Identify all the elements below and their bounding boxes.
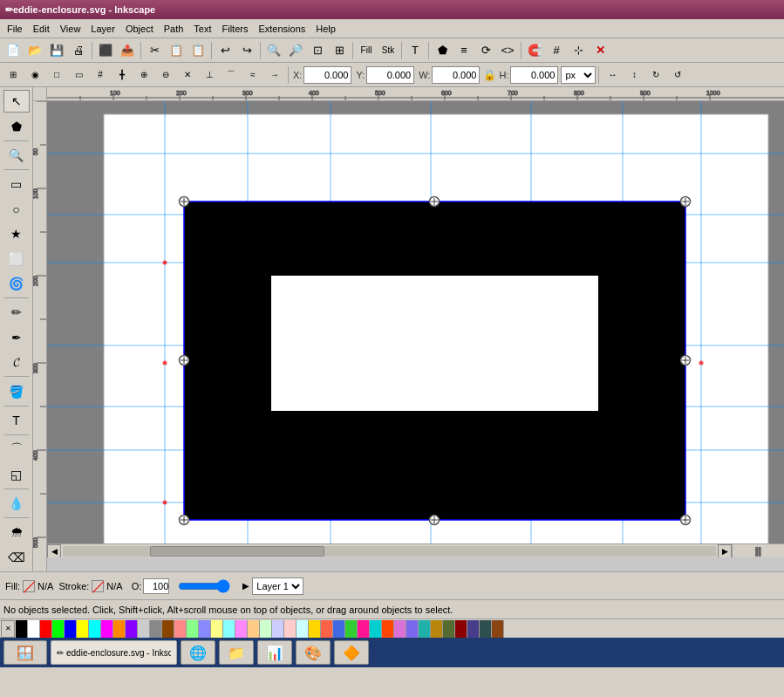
tool-ellipse[interactable]: ○ [3, 198, 30, 221]
menu-filters[interactable]: Filters [217, 22, 254, 36]
menu-text[interactable]: Text [188, 22, 216, 36]
tb-text-tool[interactable]: T [405, 40, 426, 61]
tb-import[interactable]: ⬛ [95, 40, 116, 61]
tb-new[interactable]: 📄 [3, 40, 24, 61]
tool-connector[interactable]: ⌒ [3, 438, 30, 461]
palette-color-36[interactable] [455, 620, 467, 638]
tb-snap-smooth[interactable]: ≈ [242, 65, 263, 85]
hscroll-thumb[interactable] [150, 546, 324, 557]
palette-color-31[interactable] [394, 620, 406, 638]
tb-snap-page[interactable]: ▭ [68, 65, 89, 85]
palette-color-6[interactable] [89, 620, 101, 638]
tool-selector[interactable]: ↖ [3, 90, 30, 113]
palette-color-5[interactable] [77, 620, 89, 638]
palette-color-2[interactable] [40, 620, 52, 638]
tool-zoom[interactable]: 🔍 [3, 144, 30, 167]
tb-export[interactable]: 📤 [117, 40, 138, 61]
hscroll-left[interactable]: ◀ [47, 544, 61, 558]
menu-file[interactable]: File [2, 22, 28, 36]
tb-zoom-fit[interactable]: ⊡ [307, 40, 328, 61]
tb-undo[interactable]: ↩ [215, 40, 235, 61]
palette-color-22[interactable] [284, 620, 297, 638]
palette-color-1[interactable] [28, 620, 40, 638]
palette-color-14[interactable] [187, 620, 199, 638]
tb-print[interactable]: 🖨 [68, 40, 89, 61]
taskbar-excel[interactable]: 📊 [257, 640, 292, 665]
tool-text[interactable]: T [3, 409, 30, 432]
x-input[interactable] [303, 66, 351, 84]
palette-color-28[interactable] [358, 620, 370, 638]
taskbar-other[interactable]: 🎨 [296, 640, 331, 665]
h-input[interactable] [510, 66, 558, 84]
canvas-viewport[interactable]: ◀ ▶ ▐▌ [47, 101, 784, 557]
tb-snap[interactable]: 🧲 [524, 40, 545, 61]
palette-color-16[interactable] [211, 620, 223, 638]
menu-path[interactable]: Path [159, 22, 189, 36]
palette-color-34[interactable] [431, 620, 443, 638]
tb-node[interactable]: ⬟ [432, 40, 453, 61]
palette-color-32[interactable] [406, 620, 419, 638]
tb-snap-ext[interactable]: → [264, 65, 285, 85]
tb-cut[interactable]: ✂ [144, 40, 165, 61]
palette-color-29[interactable] [370, 620, 382, 638]
hscrollbar[interactable]: ◀ ▶ ▐▌ [47, 543, 784, 557]
palette-color-11[interactable] [150, 620, 162, 638]
tool-eraser[interactable]: ⌫ [3, 546, 30, 569]
palette-color-38[interactable] [480, 620, 492, 638]
palette-color-0[interactable] [16, 620, 28, 638]
palette-color-21[interactable] [272, 620, 284, 638]
palette-color-10[interactable] [138, 620, 150, 638]
palette-color-20[interactable] [260, 620, 272, 638]
tb-stroke[interactable]: Stk [378, 40, 399, 61]
fill-swatch[interactable] [23, 580, 35, 592]
tool-calligraphy[interactable]: 𝓒 [3, 351, 30, 373]
tool-dropper[interactable]: 💧 [3, 492, 30, 515]
hscroll-right[interactable]: ▶ [718, 544, 732, 558]
palette-color-8[interactable] [113, 620, 126, 638]
palette-color-37[interactable] [467, 620, 480, 638]
w-input[interactable] [432, 66, 480, 84]
tool-node[interactable]: ⬟ [3, 114, 30, 137]
no-color-swatch[interactable]: ✕ [1, 620, 15, 638]
taskbar-chrome[interactable]: 🌐 [181, 640, 215, 665]
tool-star[interactable]: ★ [3, 222, 30, 245]
tb-zoom-out[interactable]: 🔎 [285, 40, 306, 61]
hscroll-track[interactable] [63, 546, 716, 557]
taskbar-other2[interactable]: 🔶 [334, 640, 369, 665]
palette-color-17[interactable] [223, 620, 235, 638]
tool-pencil[interactable]: ✏ [3, 301, 30, 324]
tool-pen[interactable]: ✒ [3, 326, 30, 349]
stroke-swatch[interactable] [92, 580, 104, 592]
palette-color-33[interactable] [419, 620, 431, 638]
taskbar-start[interactable]: 🪟 [3, 640, 47, 665]
palette-color-24[interactable] [309, 620, 321, 638]
taskbar-explorer[interactable]: 📁 [219, 640, 254, 665]
tool-rect[interactable]: ▭ [3, 173, 30, 195]
layer-select[interactable]: Layer 1 [252, 577, 303, 595]
tb-zoom-sel[interactable]: ⊞ [329, 40, 350, 61]
palette-color-23[interactable] [297, 620, 309, 638]
palette-color-7[interactable] [101, 620, 113, 638]
tb-snap-mid[interactable]: ⊖ [155, 65, 176, 85]
opacity-slider[interactable] [178, 580, 230, 592]
tb-rotate-ccw[interactable]: ↺ [667, 65, 688, 85]
menu-layer[interactable]: Layer [85, 22, 120, 36]
tb-xml[interactable]: <> [497, 40, 518, 61]
palette-color-15[interactable] [199, 620, 211, 638]
palette-color-9[interactable] [126, 620, 138, 638]
tb-guide[interactable]: ⊹ [568, 40, 589, 61]
tb-snap-center[interactable]: ⊕ [133, 65, 154, 85]
tb-close[interactable]: ✕ [590, 40, 610, 61]
tb-transform[interactable]: ⟳ [475, 40, 496, 61]
palette-color-19[interactable] [248, 620, 260, 638]
tool-gradient[interactable]: ◱ [3, 463, 30, 486]
tool-spray[interactable]: 🌨 [3, 521, 30, 543]
canvas-container[interactable]: 100 200 300 400 500 600 700 800 900 1000 [33, 87, 784, 571]
tb-save[interactable]: 💾 [46, 40, 67, 61]
menu-edit[interactable]: Edit [28, 22, 55, 36]
menu-view[interactable]: View [55, 22, 86, 36]
menu-help[interactable]: Help [310, 22, 341, 36]
tb-snap-bbox[interactable]: □ [46, 65, 67, 85]
tb-flip-v[interactable]: ↕ [624, 65, 644, 85]
lock-proportions-button[interactable]: 🔒 [482, 68, 496, 82]
